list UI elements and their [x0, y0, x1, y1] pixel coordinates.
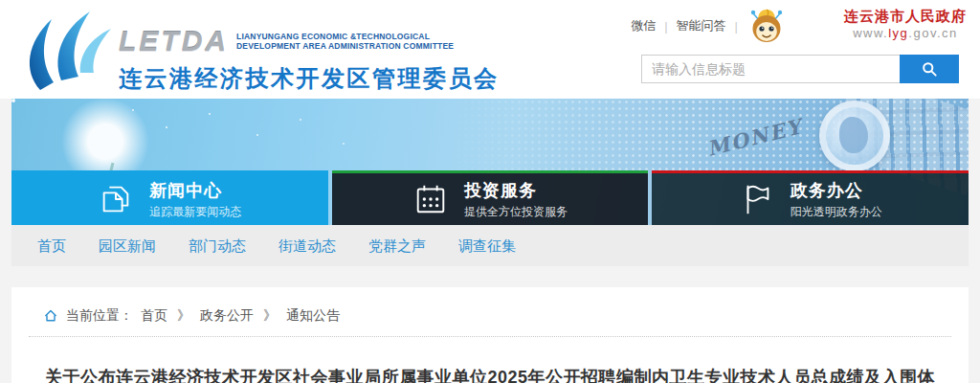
hero-banner: MONEY 新闻中心 追踪最新要闻动态	[11, 99, 969, 225]
breadcrumb-separator: 》	[177, 307, 190, 325]
nav-item-department-updates[interactable]: 部门动态	[172, 225, 262, 266]
city-government-url: www.lyg.gov.cn	[844, 25, 967, 42]
logo-english-name: LIANYUNGANG ECONOMIC &TECHNOLOGICAL DEVE…	[236, 32, 454, 51]
feature-subtitle: 阳光透明政务办公	[791, 204, 882, 220]
smart-qa-link[interactable]: 智能问答	[677, 17, 726, 34]
feature-investment-services[interactable]: 投资服务 提供全方位投资服务	[332, 170, 649, 225]
nav-item-street-updates[interactable]: 街道动态	[262, 225, 352, 266]
breadcrumb-public-disclosure[interactable]: 政务公开	[200, 307, 254, 325]
site-header: LETDA LIANYUNGANG ECONOMIC &TECHNOLOGICA…	[0, 0, 980, 99]
search-input[interactable]	[641, 55, 900, 83]
nav-item-park-news[interactable]: 园区新闻	[82, 225, 172, 266]
breadcrumb-separator: 》	[263, 307, 277, 325]
feature-subtitle: 提供全方位投资服务	[464, 204, 568, 220]
monkey-mascot-icon[interactable]	[746, 7, 787, 45]
site-logo[interactable]: LETDA LIANYUNGANG ECONOMIC &TECHNOLOGICA…	[19, 6, 500, 94]
search-button[interactable]	[900, 55, 959, 83]
breadcrumb-home[interactable]: 首页	[141, 307, 167, 325]
top-utility-links: 微信 | 智能问答 |	[631, 8, 787, 44]
article-title: 关于公布连云港经济技术开发区社会事业局所属事业单位2025年公开招聘编制内卫生专…	[11, 366, 969, 383]
calendar-icon	[412, 181, 449, 217]
feature-title: 投资服务	[464, 179, 568, 202]
nav-item-party-voices[interactable]: 党群之声	[352, 225, 442, 266]
dotted-divider	[29, 336, 951, 337]
breadcrumb-label: 当前位置：	[66, 307, 133, 325]
documents-icon	[98, 181, 134, 217]
link-separator: |	[664, 19, 667, 34]
feature-subtitle: 追踪最新要闻动态	[149, 204, 241, 220]
link-separator: |	[735, 19, 738, 34]
breadcrumb: 当前位置： 首页 》 政务公开 》 通知公告	[11, 287, 969, 336]
globe-graphic	[819, 101, 890, 171]
logo-swoosh-icon	[19, 6, 122, 94]
main-navigation: 首页 园区新闻 部门动态 街道动态 党群之声 调查征集	[11, 225, 969, 266]
search-icon	[920, 59, 939, 79]
feature-government-office[interactable]: 政务办公 阳光透明政务办公	[652, 170, 969, 225]
flag-icon	[739, 181, 775, 217]
home-icon	[43, 308, 58, 324]
nav-item-survey-collection[interactable]: 调查征集	[442, 225, 532, 266]
logo-chinese-name: 连云港经济技术开发区管理委员会	[119, 63, 500, 94]
feature-title: 新闻中心	[149, 179, 241, 202]
wechat-link[interactable]: 微信	[631, 17, 656, 34]
city-government-title: 连云港市人民政府	[844, 8, 967, 25]
dandelion-seeds	[11, 99, 15, 102]
feature-news-center[interactable]: 新闻中心 追踪最新要闻动态	[11, 170, 328, 225]
feature-title: 政务办公	[791, 179, 882, 202]
logo-acronym: LETDA	[119, 25, 229, 57]
city-government-link[interactable]: 连云港市人民政府 www.lyg.gov.cn	[844, 8, 967, 42]
content-panel: 当前位置： 首页 》 政务公开 》 通知公告 关于公布连云港经济技术开发区社会事…	[11, 287, 969, 383]
feature-blocks: 新闻中心 追踪最新要闻动态 投资服务 提供全方位投资服务	[11, 170, 969, 225]
search-bar	[641, 55, 959, 83]
nav-item-home[interactable]: 首页	[21, 225, 82, 266]
breadcrumb-notices[interactable]: 通知公告	[286, 307, 340, 325]
